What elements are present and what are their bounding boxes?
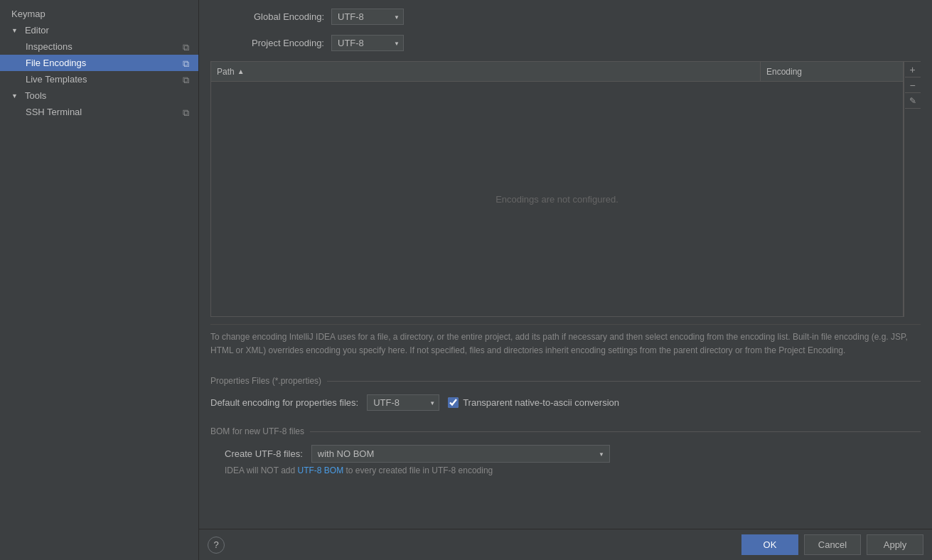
empty-message: Encodings are not configured. [496,194,618,205]
project-encoding-select[interactable]: UTF-8 UTF-16 ISO-8859-1 [331,35,404,51]
properties-encoding-select-wrapper[interactable]: UTF-8 UTF-16 ISO-8859-1 [367,394,439,411]
bottom-right: OK Cancel Apply [741,534,923,555]
bom-label: BOM for new UTF-8 files [210,426,304,436]
transparent-label[interactable]: Transparent native-to-ascii conversion [463,397,619,408]
bom-hint-suffix: to every created file in UTF-8 encoding [343,465,493,475]
global-encoding-select[interactable]: UTF-8 UTF-16 ISO-8859-1 [331,9,404,25]
cancel-button[interactable]: Cancel [804,534,861,555]
copy-icon: ⧉ [183,42,193,52]
bom-hint: IDEA will NOT add UTF-8 BOM to every cre… [210,465,921,475]
bom-hint-prefix: IDEA will NOT add [225,465,297,475]
project-encoding-select-wrapper[interactable]: UTF-8 UTF-16 ISO-8859-1 [331,35,404,51]
add-row-button[interactable]: + [905,62,921,77]
col-path-header[interactable]: Path ▲ [211,62,761,81]
project-encoding-label: Project Encoding: [210,38,324,48]
encoding-description: To change encoding IntelliJ IDEA uses fo… [210,324,921,363]
sidebar-item-tools[interactable]: ▼ Tools [0,87,198,104]
col-encoding-header[interactable]: Encoding [761,67,903,77]
sidebar-item-ssh-terminal[interactable]: SSH Terminal ⧉ [0,104,198,120]
global-encoding-label: Global Encoding: [210,11,324,22]
default-encoding-label: Default encoding for properties files: [210,397,358,408]
encoding-table: Path ▲ Encoding Encodings are not config… [210,61,904,317]
sidebar-item-label: Live Templates [26,74,87,85]
table-section: Path ▲ Encoding Encodings are not config… [210,61,921,317]
bom-section: BOM for new UTF-8 files Create UTF-8 fil… [210,426,921,475]
apply-button[interactable]: Apply [867,534,923,555]
ok-button[interactable]: OK [741,534,798,555]
path-label: Path [217,67,235,77]
copy-icon: ⧉ [183,107,193,117]
copy-icon: ⧉ [183,75,193,85]
project-encoding-row: Project Encoding: UTF-8 UTF-16 ISO-8859-… [210,35,921,51]
default-encoding-row: Default encoding for properties files: U… [210,392,921,414]
transparent-checkbox-wrapper: Transparent native-to-ascii conversion [448,397,619,408]
bom-create-select[interactable]: with NO BOM with BOM [311,445,610,463]
properties-section-header: Properties Files (*.properties) [210,376,921,386]
edit-row-button[interactable]: ✎ [905,93,921,109]
bom-section-header: BOM for new UTF-8 files [210,426,921,436]
sidebar-item-inspections[interactable]: Inspections ⧉ [0,38,198,55]
bom-create-row: Create UTF-8 files: with NO BOM with BOM [210,442,921,465]
sidebar-item-label: File Encodings [26,58,86,68]
bottom-left: ? [208,537,225,554]
global-encoding-row: Global Encoding: UTF-8 UTF-16 ISO-8859-1 [210,9,921,25]
sidebar-item-label: SSH Terminal [26,107,82,117]
table-body: Encodings are not configured. [211,82,903,316]
sidebar: Keymap ▼ Editor Inspections ⧉ File Encod… [0,0,199,560]
triangle-icon: ▼ [11,92,18,99]
bom-create-select-wrapper[interactable]: with NO BOM with BOM [311,445,610,463]
sort-arrow-icon: ▲ [237,68,245,75]
properties-section: Properties Files (*.properties) Default … [210,376,921,414]
bom-hint-link[interactable]: UTF-8 BOM [297,465,343,475]
sidebar-item-file-encodings[interactable]: File Encodings ⧉ [0,55,198,71]
bottom-bar: ? OK Cancel Apply [199,529,932,560]
copy-icon-active: ⧉ [183,58,193,68]
content-area: Global Encoding: UTF-8 UTF-16 ISO-8859-1… [199,0,932,560]
encoding-label: Encoding [766,67,802,77]
sidebar-item-label: Keymap [11,9,45,19]
transparent-checkbox[interactable] [448,397,459,408]
global-encoding-select-wrapper[interactable]: UTF-8 UTF-16 ISO-8859-1 [331,9,404,25]
table-controls: + − ✎ [904,61,921,317]
properties-encoding-select[interactable]: UTF-8 UTF-16 ISO-8859-1 [367,394,439,411]
sidebar-item-label: Inspections [26,41,73,52]
sidebar-item-live-templates[interactable]: Live Templates ⧉ [0,71,198,87]
table-header: Path ▲ Encoding [211,62,903,82]
sidebar-item-label: Editor [25,25,49,36]
content-inner: Global Encoding: UTF-8 UTF-16 ISO-8859-1… [199,0,932,529]
main-layout: Keymap ▼ Editor Inspections ⧉ File Encod… [0,0,932,560]
triangle-icon: ▼ [11,27,18,34]
sidebar-item-label: Tools [25,90,46,101]
properties-label: Properties Files (*.properties) [210,376,321,386]
remove-row-button[interactable]: − [905,77,921,93]
help-button[interactable]: ? [208,537,225,554]
sidebar-item-editor[interactable]: ▼ Editor [0,22,198,38]
create-utf8-label: Create UTF-8 files: [225,448,303,459]
sidebar-item-keymap[interactable]: Keymap [0,6,198,22]
